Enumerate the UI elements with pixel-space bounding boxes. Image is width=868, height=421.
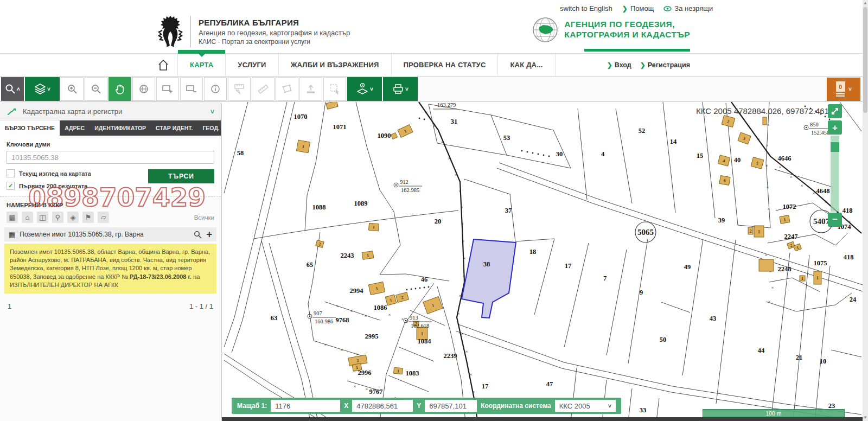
measure-polygon-button[interactable] bbox=[276, 77, 298, 101]
y-coordinate-input[interactable] bbox=[425, 400, 477, 412]
zoom-in-map-button[interactable]: + bbox=[828, 120, 842, 135]
zoom-in-button[interactable] bbox=[61, 77, 84, 101]
measure-distance-button[interactable] bbox=[252, 77, 275, 101]
fullscreen-button[interactable] bbox=[828, 104, 842, 118]
switch-language-link[interactable]: switch to English bbox=[560, 4, 612, 12]
globe-button[interactable] bbox=[132, 77, 155, 101]
tick-mark: × bbox=[340, 347, 343, 353]
search-sidebar: Кадастрална карта и регистри ˅ БЪРЗО ТЪР… bbox=[0, 103, 221, 421]
help-link[interactable]: ❯Помощ bbox=[622, 4, 654, 12]
zoom-to-result-icon[interactable] bbox=[194, 231, 202, 239]
map-canvas[interactable]: ××××××××××××××××××××××××××××××××××××××××… bbox=[222, 102, 863, 421]
scale-label: Мащаб 1: bbox=[237, 402, 267, 410]
zoom-slider-handle[interactable] bbox=[831, 142, 839, 152]
measure-area-button[interactable] bbox=[228, 77, 251, 101]
tick-mark: × bbox=[766, 184, 769, 190]
print-button[interactable]: ˅ bbox=[383, 77, 418, 101]
page-number[interactable]: 1 bbox=[8, 302, 11, 310]
search-button[interactable]: ТЪРСИ bbox=[148, 169, 214, 183]
polygon-icon[interactable]: ▱ bbox=[98, 212, 109, 223]
circled-region-labels: 50655407 bbox=[635, 210, 833, 243]
parcel-label: 2248 bbox=[778, 265, 792, 273]
pin-icon[interactable]: ⚲ bbox=[52, 212, 63, 223]
result-row[interactable]: ▦ Поземлен имот 10135.5065.38, гр. Варна… bbox=[4, 227, 216, 241]
accessibility-link[interactable]: За незрящи bbox=[663, 4, 713, 12]
building: 2 bbox=[787, 241, 795, 249]
boundary-dot bbox=[538, 154, 539, 155]
sidebar-tab-3[interactable]: СТАР ИДЕНТ. bbox=[151, 120, 197, 136]
layer-select-dropdown[interactable]: Кадастрална карта и регистри ˅ bbox=[0, 103, 221, 120]
tick-mark: × bbox=[463, 256, 465, 261]
nav-tab-3[interactable]: ПРОВЕРКА НА СТАТУС bbox=[391, 54, 498, 76]
parcel-label: 21 bbox=[796, 354, 803, 361]
login-link[interactable]: ❯Вход bbox=[607, 61, 631, 69]
sidebar-tab-2[interactable]: ИДЕНТИФИКАТОР bbox=[90, 120, 151, 136]
layers-icon[interactable]: ◈ bbox=[67, 212, 79, 223]
boundary-dot bbox=[532, 152, 534, 154]
tick-mark: × bbox=[461, 331, 463, 336]
add-to-cart-icon[interactable]: + bbox=[206, 229, 212, 239]
building: 2 bbox=[396, 292, 409, 303]
info-tool-button[interactable] bbox=[204, 77, 227, 101]
home-icon[interactable]: ⌂ bbox=[22, 212, 33, 223]
building: 1 bbox=[794, 244, 802, 251]
parcel-label: 9768 bbox=[336, 316, 349, 324]
parcel-label: 4648 bbox=[816, 187, 830, 195]
keywords-input[interactable] bbox=[7, 151, 214, 164]
sidebar-tab-1[interactable]: АДРЕС bbox=[60, 120, 90, 136]
selected-parcel-polygon[interactable] bbox=[462, 239, 516, 318]
current-view-checkbox[interactable]: Текущ изглед на картата bbox=[7, 169, 91, 177]
x-coordinate-input[interactable] bbox=[352, 400, 413, 412]
scale-input[interactable] bbox=[271, 400, 340, 412]
green-underline bbox=[584, 49, 690, 52]
upload-icon bbox=[305, 83, 317, 95]
register-link[interactable]: ❯Регистрация bbox=[640, 61, 690, 69]
building: 5 bbox=[751, 157, 764, 169]
tick-mark: × bbox=[388, 312, 391, 317]
grid-icon: ▦ bbox=[9, 231, 15, 239]
cart-button[interactable]: 0 ˅ bbox=[827, 78, 860, 101]
crs-select[interactable]: ККС 2005˅ bbox=[555, 400, 616, 412]
parcel-label: 63 bbox=[271, 314, 278, 322]
tick-mark: × bbox=[350, 308, 353, 314]
zoom-out-button[interactable] bbox=[85, 77, 107, 101]
tick-mark: × bbox=[767, 122, 769, 127]
nav-tab-1[interactable]: УСЛУГИ bbox=[225, 54, 278, 76]
nav-tab-2[interactable]: ЖАЛБИ И ВЪЗРАЖЕНИЯ bbox=[278, 54, 391, 76]
pan-tool-button[interactable] bbox=[108, 77, 131, 101]
search-tool-button[interactable]: ˄ bbox=[1, 77, 24, 101]
parcel-label: 47 bbox=[546, 380, 553, 388]
layers-info-button[interactable]: ˅ bbox=[347, 77, 382, 101]
tick-mark: × bbox=[768, 299, 770, 304]
building-icon[interactable]: ◫ bbox=[37, 212, 48, 223]
grid-icon[interactable]: ▦ bbox=[7, 212, 18, 223]
zoom-window-in-button[interactable] bbox=[156, 77, 179, 101]
svg-text:1: 1 bbox=[373, 225, 375, 229]
sidebar-tab-0[interactable]: БЪРЗО ТЪРСЕНЕ bbox=[0, 120, 60, 136]
nav-tab-0[interactable]: КАРТА bbox=[177, 54, 225, 76]
home-button[interactable] bbox=[156, 54, 177, 76]
flag-icon[interactable]: ⚑ bbox=[82, 212, 94, 223]
parcel-label: 2994 bbox=[350, 287, 364, 295]
zoom-out-map-button[interactable]: − bbox=[828, 213, 842, 227]
map-statusbar: Мащаб 1: X Y Координатна система ККС 200… bbox=[232, 398, 621, 414]
upload-button[interactable] bbox=[299, 77, 322, 101]
select-box-button[interactable] bbox=[323, 77, 346, 101]
svg-text:1: 1 bbox=[421, 331, 423, 336]
filter-all-link[interactable]: Всички bbox=[194, 214, 214, 221]
scrollbar-thumb[interactable] bbox=[863, 7, 867, 113]
zoom-window-out-button[interactable] bbox=[180, 77, 203, 101]
nav-tab-4[interactable]: КАК ДА... bbox=[497, 54, 555, 76]
tick-mark: × bbox=[765, 163, 768, 168]
scroll-down-arrow[interactable]: ▼ bbox=[863, 414, 868, 421]
parcel-label: 1083 bbox=[406, 369, 419, 377]
page-scrollbar[interactable]: ▲ ▼ bbox=[863, 0, 868, 421]
route-icon bbox=[7, 108, 16, 116]
zoom-slider[interactable] bbox=[831, 136, 839, 212]
first-200-checkbox[interactable]: ✓ Първите 200 резултата bbox=[7, 182, 91, 190]
layers-tool-button[interactable]: ˅ bbox=[25, 77, 60, 101]
parcel-label: 1089 bbox=[354, 200, 368, 207]
scroll-up-arrow[interactable]: ▲ bbox=[863, 0, 868, 7]
ruler-icon bbox=[257, 83, 269, 95]
boundary-dot bbox=[543, 155, 545, 156]
